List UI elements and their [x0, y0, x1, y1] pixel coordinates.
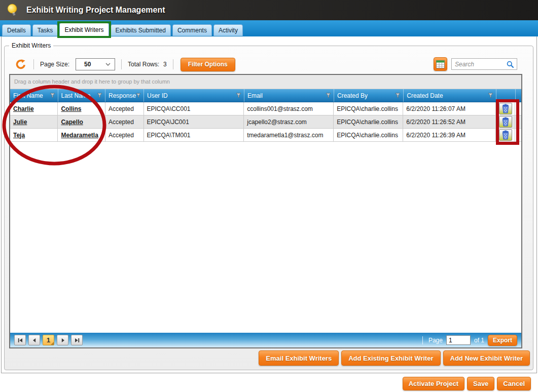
delete-writer-button[interactable] [499, 103, 512, 114]
column-header-actions [496, 89, 516, 102]
toolbar-separator [173, 59, 173, 69]
magnifier-icon[interactable] [507, 61, 514, 68]
prev-page-icon [32, 338, 37, 343]
total-rows-label: Total Rows: [128, 61, 159, 68]
refresh-button[interactable] [15, 58, 27, 70]
created-by-cell: EPICQA\charlie.collins [334, 102, 403, 115]
writer-actions-row: Email Exhibit Writers Add Existing Exhib… [259, 350, 530, 366]
bulb-icon [4, 1, 23, 20]
email-cell: tmedarametla1@strasz.com [244, 129, 334, 141]
tab-exhibit-writers[interactable]: Exhibit Writers [59, 23, 109, 36]
column-header-last-name[interactable]: Last Name [58, 89, 106, 102]
table-row: Charlie Collins Accepted EPICQA\CC001 cc… [10, 102, 521, 115]
total-rows-value: 3 [163, 61, 167, 68]
search-input[interactable] [455, 61, 507, 68]
chevron-down-icon [105, 63, 111, 66]
grid-toolbar: Page Size: 50 Total Rows: 3 Filter Optio… [15, 57, 235, 72]
user-id-cell: EPICQA\CC001 [144, 102, 244, 115]
group-by-hint: Drag a column header and drop it here to… [10, 75, 521, 89]
created-date-cell: 6/2/2020 11:26:39 AM [403, 129, 496, 141]
tab-bar: Details Tasks Exhibit Writers Exhibits S… [0, 20, 538, 36]
funnel-icon[interactable] [236, 93, 241, 98]
export-button[interactable]: Export [488, 335, 517, 346]
title-bar: Exhibit Writing Project Management [0, 0, 538, 20]
column-header-first-name[interactable]: First Name [10, 89, 58, 102]
prev-page-button[interactable] [28, 335, 40, 345]
tab-details[interactable]: Details [2, 24, 31, 36]
pager-separator [422, 336, 423, 344]
trash-icon [501, 130, 510, 140]
email-cell: ccollins001@strasz.com [244, 102, 334, 115]
email-exhibit-writers-button[interactable]: Email Exhibit Writers [259, 350, 339, 366]
funnel-icon[interactable] [488, 93, 493, 98]
column-header-created-by[interactable]: Created By [334, 89, 404, 102]
exhibit-writing-window: Exhibit Writing Project Management Detai… [0, 0, 538, 392]
response-cell: Accepted [105, 102, 144, 115]
table-icon [436, 60, 445, 68]
of-pages-label: of 1 [474, 337, 484, 344]
filter-options-button[interactable]: Filter Options [181, 58, 235, 71]
tab-activity[interactable]: Activity [213, 24, 243, 36]
save-button[interactable]: Save [467, 377, 494, 390]
first-name-link[interactable]: Julie [13, 119, 27, 126]
created-date-cell: 6/2/2020 11:26:07 AM [403, 102, 496, 115]
next-page-icon [60, 338, 65, 343]
last-name-link[interactable]: Medarametla [61, 132, 98, 139]
user-id-cell: EPICQA\TM001 [144, 129, 244, 141]
funnel-icon[interactable] [97, 93, 102, 98]
funnel-icon[interactable] [326, 93, 331, 98]
add-new-exhibit-writer-button[interactable]: Add New Exhibit Writer [443, 350, 530, 366]
email-cell: jcapello2@strasz.com [244, 115, 334, 128]
add-existing-exhibit-writer-button[interactable]: Add Existing Exhibit Writer [341, 350, 440, 366]
table-row: Julie Capello Accepted EPICQA\JC001 jcap… [10, 115, 521, 129]
user-id-cell: EPICQA\JC001 [144, 115, 244, 128]
tab-comments[interactable]: Comments [172, 24, 212, 36]
refresh-icon [15, 59, 26, 70]
cancel-button[interactable]: Cancel [497, 377, 531, 390]
exhibit-writers-grid: Drag a column header and drop it here to… [9, 74, 522, 348]
first-name-link[interactable]: Teja [13, 132, 25, 139]
tab-exhibits-submitted[interactable]: Exhibits Submitted [111, 24, 171, 36]
column-header-response[interactable]: Response [105, 89, 144, 102]
page-label: Page [428, 337, 443, 344]
tab-tasks[interactable]: Tasks [32, 24, 58, 36]
groupbox-legend: Exhibit Writers [9, 42, 53, 49]
column-header-created-date[interactable]: Created Date [404, 89, 496, 102]
last-page-icon [75, 338, 80, 343]
next-page-button[interactable] [57, 335, 68, 345]
pager-bar: 1 Page of 1 Export [10, 333, 521, 347]
toolbar-separator [121, 59, 122, 69]
funnel-icon[interactable] [395, 93, 401, 98]
response-cell: Accepted [105, 129, 144, 141]
toolbar-separator [33, 59, 34, 69]
grid-empty-area [10, 142, 521, 333]
created-date-cell: 6/2/2020 11:26:52 AM [403, 115, 496, 128]
response-cell: Accepted [105, 115, 144, 128]
trash-icon [501, 117, 510, 127]
last-name-link[interactable]: Capello [61, 119, 83, 126]
column-header-user-id[interactable]: User ID [144, 89, 244, 102]
page-size-select[interactable]: 50 [76, 58, 115, 70]
search-box [451, 58, 517, 70]
current-page-button[interactable]: 1 [43, 335, 54, 345]
activate-project-button[interactable]: Activate Project [403, 377, 464, 390]
page-size-label: Page Size: [40, 61, 69, 68]
created-by-cell: EPICQA\charlie.collins [334, 129, 403, 141]
delete-writer-button[interactable] [499, 129, 512, 141]
first-page-icon [18, 338, 23, 343]
table-row: Teja Medarametla Accepted EPICQA\TM001 t… [10, 129, 521, 142]
page-number-input[interactable] [446, 335, 471, 345]
first-page-button[interactable] [14, 335, 26, 345]
funnel-icon[interactable] [50, 93, 55, 98]
last-page-button[interactable] [71, 335, 83, 345]
funnel-icon[interactable] [136, 93, 141, 98]
export-table-button[interactable] [434, 57, 447, 71]
column-header-email[interactable]: Email [244, 89, 334, 102]
created-by-cell: EPICQA\charlie.collins [334, 115, 403, 128]
last-name-link[interactable]: Collins [61, 105, 81, 112]
first-name-link[interactable]: Charlie [13, 105, 34, 112]
trash-icon [501, 104, 510, 113]
grid-header-row: First Name Last Name Response User ID Em… [10, 89, 521, 102]
page-title: Exhibit Writing Project Management [26, 6, 165, 15]
delete-writer-button[interactable] [499, 116, 512, 128]
